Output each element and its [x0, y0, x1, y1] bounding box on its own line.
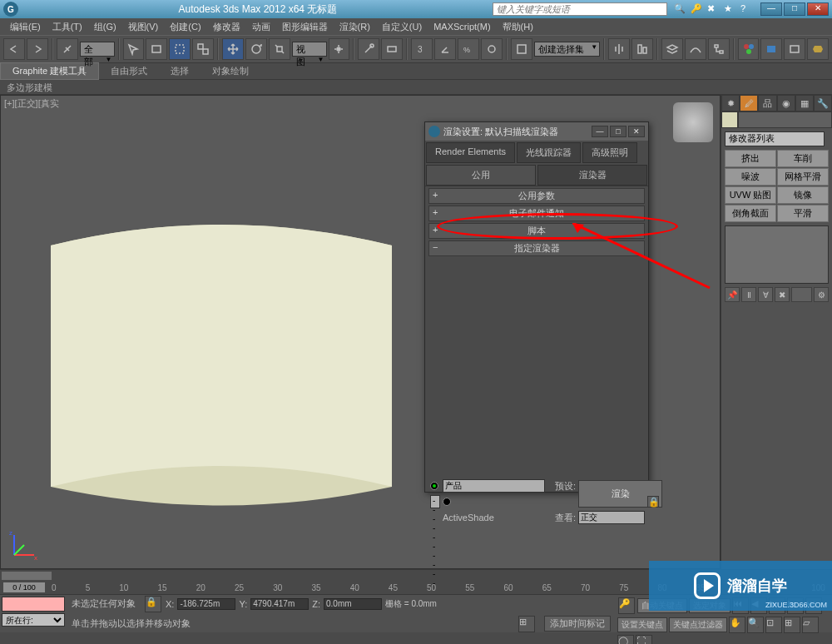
- rollout-scripts[interactable]: 脚本: [428, 223, 645, 239]
- tab-object-paint[interactable]: 对象绘制: [201, 63, 260, 79]
- menu-tools[interactable]: 工具(T): [47, 19, 87, 35]
- select-button[interactable]: [123, 38, 145, 60]
- orbit-button[interactable]: ◯: [617, 635, 634, 644]
- rollout-email[interactable]: 电子邮件通知: [428, 206, 645, 221]
- activeshade-radio[interactable]: [443, 498, 451, 506]
- view-dropdown[interactable]: 正交: [578, 511, 645, 524]
- keyboard-shortcut-button[interactable]: [381, 38, 403, 60]
- rollout-common-params[interactable]: 公用参数: [428, 188, 645, 204]
- rollout-assign-renderer[interactable]: 指定渲染器: [428, 240, 645, 256]
- object-color-swatch[interactable]: [721, 111, 738, 128]
- menu-maxscript[interactable]: MAXScript(M): [428, 20, 495, 33]
- lock-selection-button[interactable]: 🔒: [145, 596, 161, 612]
- mirror-button[interactable]: [608, 38, 630, 60]
- utilities-tab[interactable]: 🔧: [814, 95, 832, 111]
- rect-select-button[interactable]: [169, 38, 191, 60]
- pin-stack-button[interactable]: 📌: [725, 287, 740, 302]
- tab-freeform[interactable]: 自由形式: [99, 63, 159, 79]
- select-by-name-button[interactable]: [146, 38, 167, 60]
- show-end-result-button[interactable]: Ⅱ: [741, 287, 756, 302]
- menu-view[interactable]: 视图(V): [123, 19, 164, 35]
- set-key-button[interactable]: 设置关键点: [617, 617, 667, 632]
- filter-dropdown[interactable]: 全部: [80, 42, 115, 57]
- hierarchy-tab[interactable]: 品: [758, 95, 776, 111]
- modifier-list-dropdown[interactable]: 修改器列表: [725, 131, 825, 146]
- menu-modifiers[interactable]: 修改器: [208, 19, 245, 35]
- edit-named-sel-button[interactable]: [511, 38, 532, 60]
- maximize-viewport-button[interactable]: ⛶: [636, 635, 652, 644]
- subscription-icon[interactable]: 🔑: [691, 3, 702, 15]
- named-sel-dropdown[interactable]: 创建选择集: [534, 42, 601, 57]
- help-search-input[interactable]: [493, 2, 667, 16]
- percent-snap-button[interactable]: %: [458, 38, 479, 60]
- close-button[interactable]: ✕: [807, 2, 829, 16]
- help-icon[interactable]: ?: [740, 3, 752, 15]
- mod-lathe[interactable]: 车削: [777, 150, 829, 167]
- schematic-view-button[interactable]: [708, 38, 730, 60]
- mod-extrude[interactable]: 挤出: [725, 150, 776, 167]
- add-time-tag[interactable]: 添加时间标记: [544, 616, 611, 632]
- menu-rendering[interactable]: 渲染(R): [334, 19, 375, 35]
- favorites-icon[interactable]: ★: [724, 3, 735, 15]
- redo-button[interactable]: [27, 38, 48, 60]
- production-radio[interactable]: [430, 482, 438, 490]
- undo-button[interactable]: [3, 38, 25, 60]
- ref-coord-dropdown[interactable]: 视图: [292, 42, 327, 57]
- plane-object[interactable]: [42, 196, 400, 528]
- mod-meshsmooth[interactable]: 网格平滑: [777, 168, 829, 186]
- render-prod-button[interactable]: [807, 38, 829, 60]
- move-button[interactable]: [222, 38, 244, 60]
- search-icon[interactable]: 🔍: [674, 3, 686, 15]
- lock-view-button[interactable]: 🔒: [647, 496, 659, 508]
- tab-adv-lighting[interactable]: 高级照明: [582, 142, 637, 163]
- exchange-icon[interactable]: ✖: [707, 3, 719, 15]
- z-coord-input[interactable]: [324, 598, 382, 610]
- app-icon[interactable]: G: [3, 2, 18, 17]
- menu-animation[interactable]: 动画: [247, 19, 275, 35]
- mod-uvw[interactable]: UVW 贴图: [725, 186, 776, 204]
- create-tab[interactable]: ✹: [721, 95, 740, 111]
- layers-button[interactable]: [661, 38, 683, 60]
- tab-common[interactable]: 公用: [426, 165, 536, 186]
- isolate-button[interactable]: ⊞: [518, 616, 535, 632]
- zoom-extents-button[interactable]: ⊞: [784, 617, 800, 633]
- menu-group[interactable]: 组(G): [89, 19, 121, 35]
- motion-tab[interactable]: ◉: [777, 95, 795, 111]
- tab-selection[interactable]: 选择: [159, 63, 201, 79]
- viewport-label[interactable]: [+][正交][真实: [4, 97, 59, 110]
- x-coord-input[interactable]: [177, 598, 235, 610]
- preset-dropdown[interactable]: ----------: [430, 495, 440, 508]
- rotate-button[interactable]: [245, 38, 267, 60]
- menu-graph-editors[interactable]: 图形编辑器: [277, 19, 333, 35]
- dialog-minimize-button[interactable]: —: [592, 126, 608, 137]
- dialog-close-button[interactable]: ✕: [628, 126, 645, 137]
- snap-toggle-button[interactable]: 3: [411, 38, 433, 60]
- current-line-dropdown[interactable]: 所在行:: [2, 613, 65, 627]
- mod-bevel-profile[interactable]: 倒角截面: [725, 205, 776, 222]
- zoom-button[interactable]: 🔍: [747, 617, 764, 633]
- mod-smooth[interactable]: 平滑: [777, 205, 829, 222]
- poly-modeling-label[interactable]: 多边形建模: [0, 80, 832, 95]
- object-name-field[interactable]: [738, 111, 832, 128]
- tab-raytracer[interactable]: 光线跟踪器: [517, 142, 581, 163]
- tab-render-elements[interactable]: Render Elements: [426, 142, 515, 163]
- spinner-snap-button[interactable]: [481, 38, 503, 60]
- menu-customize[interactable]: 自定义(U): [377, 19, 427, 35]
- rendered-frame-button[interactable]: [784, 38, 805, 60]
- mod-noise[interactable]: 噪波: [725, 168, 776, 186]
- menu-help[interactable]: 帮助(H): [498, 19, 538, 35]
- mod-mirror[interactable]: 镜像: [777, 186, 829, 204]
- window-crossing-button[interactable]: [192, 38, 214, 60]
- modifier-stack[interactable]: [725, 225, 829, 284]
- tab-renderer[interactable]: 渲染器: [537, 165, 647, 186]
- pan-view-button[interactable]: ✋: [729, 617, 745, 633]
- menu-edit[interactable]: 编辑(E): [5, 19, 46, 35]
- scale-button[interactable]: [269, 38, 290, 60]
- y-coord-input[interactable]: [250, 598, 309, 610]
- display-tab[interactable]: ▦: [795, 95, 814, 111]
- configure-sets-button[interactable]: ⚙: [814, 287, 829, 302]
- modify-tab[interactable]: 🖉: [740, 95, 758, 111]
- manipulate-button[interactable]: [358, 38, 379, 60]
- dialog-maximize-button[interactable]: □: [610, 126, 626, 137]
- production-dropdown[interactable]: 产品: [443, 479, 545, 493]
